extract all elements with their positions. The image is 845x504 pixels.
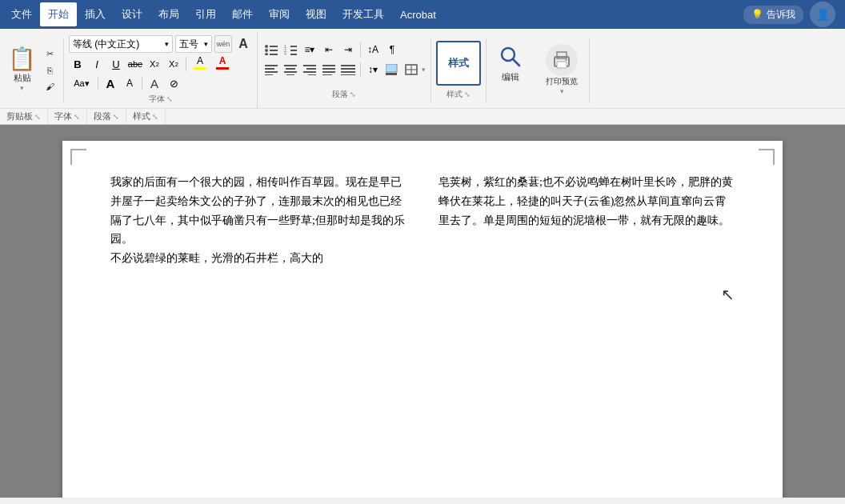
font-format-button[interactable]: A bbox=[146, 74, 163, 92]
menu-acrobat[interactable]: Acrobat bbox=[392, 4, 444, 26]
chinese-layout-button[interactable] bbox=[339, 61, 357, 78]
bullets-button[interactable] bbox=[262, 41, 280, 58]
svg-rect-42 bbox=[565, 59, 567, 61]
font-format-row: B I U abe X2 X2 A A bbox=[69, 55, 252, 73]
svg-rect-14 bbox=[265, 71, 278, 73]
align-center-button[interactable] bbox=[282, 61, 299, 78]
font-name-row: 等线 (中文正文) ▾ 五号 ▾ wén A bbox=[69, 35, 252, 53]
font-big-a-button[interactable]: A bbox=[234, 35, 252, 53]
print-svg bbox=[551, 49, 573, 71]
justify-icon bbox=[322, 64, 335, 75]
clipboard-expand-icon: ⤡ bbox=[34, 113, 41, 121]
menu-view[interactable]: 视图 bbox=[298, 2, 334, 26]
svg-rect-40 bbox=[557, 62, 567, 68]
page-content: 我家的后面有一个很大的园，相传叫作百草园。现在是早已并屋子一起卖给朱文公的子孙了… bbox=[110, 173, 735, 268]
style-bottom-expand-icon: ⤡ bbox=[152, 113, 158, 121]
borders-button[interactable] bbox=[402, 61, 420, 78]
text-column-2[interactable]: 皂荚树，紫红的桑葚;也不必说鸣蝉在树叶里长吟，肥胖的黄蜂伏在莱花上，轻捷的叫天子… bbox=[439, 173, 735, 268]
format-painter-button[interactable]: 🖌 bbox=[41, 79, 58, 94]
user-profile-button[interactable]: 👤 bbox=[810, 2, 835, 27]
font-bottom-label[interactable]: 字体 ⤡ bbox=[48, 109, 87, 124]
tell-me-box[interactable]: 💡 告诉我 bbox=[743, 6, 803, 24]
cut-button[interactable]: ✂ bbox=[41, 47, 58, 62]
svg-rect-31 bbox=[341, 74, 355, 75]
shading-icon bbox=[386, 64, 398, 75]
italic-button[interactable]: I bbox=[88, 55, 106, 73]
justify-button[interactable] bbox=[320, 61, 338, 78]
font-size-dropdown[interactable]: 五号 ▾ bbox=[175, 35, 212, 53]
borders-chevron[interactable]: ▾ bbox=[422, 66, 426, 74]
strikethrough-button[interactable]: abe bbox=[126, 55, 144, 73]
svg-rect-23 bbox=[308, 74, 316, 75]
show-marks-button[interactable]: ¶ bbox=[383, 41, 401, 58]
bold-button[interactable]: B bbox=[69, 55, 86, 73]
superscript-button[interactable]: X2 bbox=[165, 55, 182, 73]
corner-top-left bbox=[70, 149, 86, 165]
style-label: 样式 ⤡ bbox=[436, 87, 481, 100]
text-column-1[interactable]: 我家的后面有一个很大的园，相传叫作百草园。现在是早已并屋子一起卖给朱文公的子孙了… bbox=[110, 173, 406, 268]
font-grow-button[interactable]: A bbox=[102, 74, 119, 92]
paste-button[interactable]: 📋 粘贴 ▾ bbox=[5, 46, 39, 94]
editing-button[interactable]: 编辑 bbox=[491, 41, 530, 86]
svg-rect-28 bbox=[341, 65, 355, 66]
ribbon-bottom-row: 剪贴板 ⤡ 字体 ⤡ 段落 ⤡ 样式 ⤡ bbox=[0, 108, 845, 124]
search-icon bbox=[498, 44, 523, 70]
svg-line-38 bbox=[513, 59, 519, 66]
menu-reference[interactable]: 引用 bbox=[187, 2, 224, 26]
font-shrink-button[interactable]: A bbox=[121, 74, 138, 92]
decrease-indent-button[interactable]: ⇤ bbox=[320, 41, 338, 58]
menu-layout[interactable]: 布局 bbox=[150, 2, 187, 26]
aa-button[interactable]: Aa▾ bbox=[69, 74, 94, 92]
font-divider bbox=[186, 57, 186, 71]
sort-button[interactable]: ↕A bbox=[364, 41, 382, 58]
clipboard-bottom-label[interactable]: 剪贴板 ⤡ bbox=[0, 109, 48, 124]
paragraph-expand-icon[interactable]: ⤡ bbox=[350, 90, 356, 98]
font-name-chevron: ▾ bbox=[165, 40, 169, 48]
font-label: 字体 ⤡ bbox=[69, 92, 252, 105]
svg-rect-5 bbox=[270, 54, 278, 55]
align-right-icon bbox=[303, 64, 316, 75]
font-section: 等线 (中文正文) ▾ 五号 ▾ wén A B I U abe bbox=[64, 32, 258, 108]
svg-rect-33 bbox=[386, 73, 397, 75]
document-area: 我家的后面有一个很大的园，相传叫作百草园。现在是早已并屋子一起卖给朱文公的子孙了… bbox=[0, 125, 845, 498]
font-color-button[interactable]: A bbox=[212, 55, 233, 73]
svg-point-2 bbox=[265, 49, 268, 52]
font-expand-icon[interactable]: ⤡ bbox=[166, 95, 173, 103]
menu-insert[interactable]: 插入 bbox=[77, 2, 114, 26]
style-expand-icon[interactable]: ⤡ bbox=[464, 90, 471, 98]
menu-start[interactable]: 开始 bbox=[40, 2, 77, 26]
wen-button[interactable]: wén bbox=[214, 35, 232, 53]
svg-rect-12 bbox=[265, 65, 278, 66]
ribbon-main-row: 📋 粘贴 ▾ ✂ ⎘ 🖌 等线 (中文正文) ▾ 五号 bbox=[0, 29, 845, 108]
increase-indent-button[interactable]: ⇥ bbox=[339, 41, 357, 58]
svg-rect-26 bbox=[322, 71, 335, 73]
menu-file[interactable]: 文件 bbox=[3, 2, 40, 26]
svg-rect-16 bbox=[284, 65, 297, 66]
numbering-button[interactable]: 1. 2. 3. bbox=[282, 41, 299, 58]
shading-button[interactable] bbox=[383, 61, 401, 78]
print-preview-button[interactable]: 打印预览 ▾ bbox=[541, 41, 583, 98]
svg-rect-20 bbox=[303, 65, 316, 66]
numbering-icon: 1. 2. 3. bbox=[284, 44, 297, 55]
font-name-dropdown[interactable]: 等线 (中文正文) ▾ bbox=[69, 35, 173, 53]
copy-button[interactable]: ⎘ bbox=[41, 63, 58, 78]
menu-design[interactable]: 设计 bbox=[114, 2, 150, 26]
paragraph-bottom-label[interactable]: 段落 ⤡ bbox=[87, 109, 126, 124]
menu-dev-tools[interactable]: 开发工具 bbox=[334, 2, 392, 26]
clear-format-button[interactable]: ⊘ bbox=[165, 74, 182, 92]
editing-section: 编辑 bbox=[487, 38, 535, 103]
font-size-chevron: ▾ bbox=[204, 40, 208, 48]
align-left-button[interactable] bbox=[262, 61, 280, 78]
style-bottom-label[interactable]: 样式 ⤡ bbox=[126, 109, 166, 124]
multilevel-list-button[interactable]: ≡▾ bbox=[301, 41, 318, 58]
underline-button[interactable]: U bbox=[107, 55, 125, 73]
text-highlight-color-button[interactable]: A bbox=[190, 55, 210, 73]
align-right-button[interactable] bbox=[301, 61, 318, 78]
clipboard-small-buttons: ✂ ⎘ 🖌 bbox=[41, 47, 58, 94]
text-col1-paragraph: 我家的后面有一个很大的园，相传叫作百草园。现在是早已并屋子一起卖给朱文公的子孙了… bbox=[110, 173, 406, 268]
menu-review[interactable]: 审阅 bbox=[261, 2, 298, 26]
menu-mail[interactable]: 邮件 bbox=[224, 2, 261, 26]
style-button[interactable]: 样式 bbox=[436, 41, 481, 86]
line-spacing-button[interactable]: ↕▾ bbox=[364, 61, 382, 78]
subscript-button[interactable]: X2 bbox=[146, 55, 163, 73]
